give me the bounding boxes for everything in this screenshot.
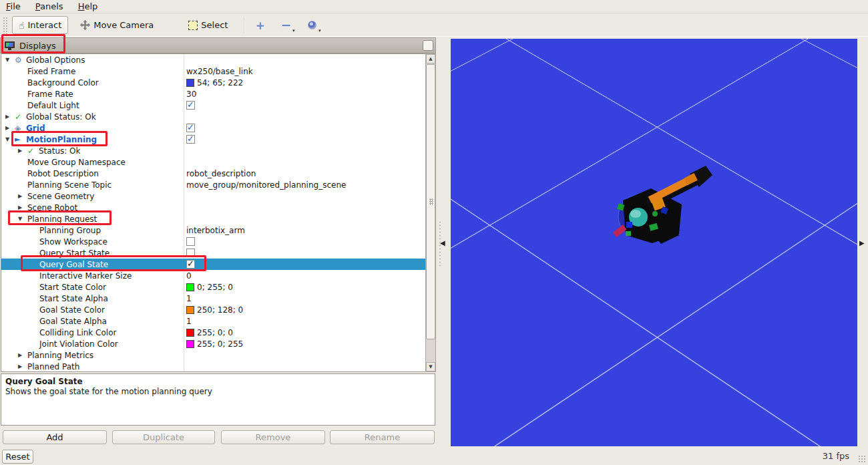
tree-row-fixed-frame[interactable]: Fixed Framewx250/base_link: [1, 65, 426, 77]
tree-row-value[interactable]: 0; 255; 0: [186, 281, 233, 293]
menu-help[interactable]: Help: [78, 1, 98, 11]
tree-row-query-goal-state[interactable]: Query Goal State: [1, 259, 426, 270]
tree-row-interactive-marker-size[interactable]: Interactive Marker Size0: [1, 270, 426, 281]
tree-row-query-start-state[interactable]: Query Start State: [1, 247, 426, 259]
tree-row-default-light[interactable]: Default Light: [1, 100, 426, 111]
tree-row-value[interactable]: [186, 100, 195, 111]
sphere-highlight: [630, 210, 641, 218]
check-icon: ✓: [27, 147, 39, 155]
dropdown-arrow-icon: ▾: [318, 28, 321, 33]
tree-row-global-options[interactable]: ▼⚙Global Options: [1, 54, 426, 65]
tree-row-value[interactable]: move_group/monitored_planning_scene: [186, 179, 346, 190]
add-display-button[interactable]: Add: [3, 430, 107, 444]
minus-icon: −: [280, 19, 291, 31]
checkbox-checked[interactable]: [186, 124, 195, 132]
tree-row-value[interactable]: 30: [186, 88, 196, 100]
render-viewport[interactable]: [451, 39, 857, 446]
checkbox-checked[interactable]: [186, 260, 195, 269]
tree-expander-icon[interactable]: ▶: [5, 125, 15, 131]
collapse-right-arrow[interactable]: ▶: [859, 233, 867, 252]
tree-row-colliding-link-color[interactable]: Colliding Link Color255; 0; 0: [1, 327, 426, 338]
tree-row-value[interactable]: 1: [186, 293, 192, 304]
tree-row-global-status-ok[interactable]: ▶✓Global Status: Ok: [1, 111, 426, 122]
interact-tool-button[interactable]: ☝ Interact: [12, 16, 68, 34]
tree-row-planning-group[interactable]: Planning Groupinterbotix_arm: [1, 224, 426, 236]
tree-expander-icon[interactable]: ▶: [18, 193, 27, 199]
scroll-up-button[interactable]: ▲: [426, 54, 435, 63]
tree-row-planned-path[interactable]: ▶Planned Path: [1, 361, 426, 372]
tree-row-status-ok[interactable]: ▶✓Status: Ok: [1, 145, 426, 156]
property-description-box: Query Goal State Shows the goal state fo…: [1, 373, 435, 426]
tree-expander-icon[interactable]: ▼: [5, 57, 15, 63]
tree-row-value[interactable]: interbotix_arm: [186, 224, 245, 236]
tree-row-planning-request[interactable]: ▼Planning Request: [1, 213, 426, 224]
add-tool-button[interactable]: ＋: [250, 16, 270, 34]
tree-row-value[interactable]: [186, 259, 195, 270]
tree-row-start-state-alpha[interactable]: Start State Alpha1: [1, 293, 426, 304]
value-text: interbotix_arm: [186, 226, 245, 235]
value-text: 0: [186, 271, 192, 281]
tool-properties-button[interactable]: ▾: [302, 16, 322, 34]
tree-row-value[interactable]: [186, 236, 195, 247]
tree-row-planning-metrics[interactable]: ▶Planning Metrics: [1, 349, 426, 361]
tree-row-start-state-color[interactable]: Start State Color0; 255; 0: [1, 281, 426, 293]
tree-row-label: Query Start State: [39, 249, 110, 258]
tree-row-value[interactable]: 255; 0; 255: [186, 338, 243, 349]
tree-row-value[interactable]: 54; 65; 222: [186, 77, 243, 88]
tree-row-grid[interactable]: ▶◈Grid: [1, 122, 426, 134]
tree-row-scene-geometry[interactable]: ▶Scene Geometry: [1, 190, 426, 202]
checkbox-unchecked[interactable]: [186, 249, 195, 257]
green-link-fragment: [652, 211, 658, 216]
tree-row-frame-rate[interactable]: Frame Rate30: [1, 88, 426, 100]
scroll-down-button[interactable]: ▼: [426, 362, 435, 371]
tree-row-value[interactable]: [186, 247, 195, 259]
tree-row-value[interactable]: wx250/base_link: [186, 65, 253, 77]
scrollbar-thumb[interactable]: [426, 64, 435, 339]
window-resize-grip[interactable]: [858, 455, 867, 464]
tree-row-label: Scene Geometry: [27, 192, 94, 201]
tree-row-value[interactable]: [186, 122, 195, 134]
tree-row-goal-state-color[interactable]: Goal State Color250; 128; 0: [1, 304, 426, 315]
hand-pointer-icon: ☝: [19, 21, 25, 30]
select-tool-label: Select: [201, 20, 228, 30]
tree-row-joint-violation-color[interactable]: Joint Violation Color255; 0; 255: [1, 338, 426, 349]
collapse-left-arrow[interactable]: ◀: [440, 233, 449, 252]
tree-row-value[interactable]: [186, 134, 195, 145]
panel-float-button[interactable]: [423, 40, 433, 51]
tree-row-scene-robot[interactable]: ▶Scene Robot: [1, 202, 426, 213]
tree-row-robot-description[interactable]: Robot Descriptionrobot_description: [1, 168, 426, 179]
tree-row-value[interactable]: 255; 0; 0: [186, 327, 233, 338]
tree-row-planning-scene-topic[interactable]: Planning Scene Topicmove_group/monitored…: [1, 179, 426, 190]
toolbar-drag-handle[interactable]: [3, 17, 8, 34]
tree-row-value[interactable]: robot_description: [186, 168, 256, 179]
tree-row-show-workspace[interactable]: Show Workspace: [1, 236, 426, 247]
tree-expander-icon[interactable]: ▶: [18, 204, 27, 210]
tree-row-label: Planned Path: [27, 362, 79, 371]
menu-panels[interactable]: Panels: [35, 1, 63, 11]
tree-row-value[interactable]: 250; 128; 0: [186, 304, 243, 315]
tree-row-value[interactable]: 1: [186, 315, 192, 327]
robot-model[interactable]: [451, 39, 857, 446]
menu-file[interactable]: File: [6, 1, 21, 11]
tree-scrollbar[interactable]: ▲ ▼: [425, 53, 436, 372]
tree-expander-icon[interactable]: ▶: [5, 114, 15, 120]
tree-expander-icon[interactable]: ▼: [18, 216, 27, 222]
tree-expander-icon[interactable]: ▶: [18, 363, 27, 369]
move-camera-tool-label: Move Camera: [93, 20, 154, 30]
tree-row-background-color[interactable]: Background Color54; 65; 222: [1, 77, 426, 88]
displays-panel-titlebar[interactable]: Displays: [0, 37, 436, 53]
tree-expander-icon[interactable]: ▼: [5, 136, 15, 142]
select-tool-button[interactable]: Select: [182, 16, 234, 34]
tree-expander-icon[interactable]: ▶: [18, 148, 27, 154]
move-camera-tool-button[interactable]: Move Camera: [73, 16, 160, 34]
tree-row-goal-state-alpha[interactable]: Goal State Alpha1: [1, 315, 426, 327]
tree-expander-icon[interactable]: ▶: [18, 352, 27, 358]
checkbox-checked[interactable]: [186, 135, 195, 144]
tree-row-move-group-namespace[interactable]: Move Group Namespace: [1, 156, 426, 168]
remove-tool-button[interactable]: − ▾: [276, 16, 296, 34]
tree-row-motionplanning[interactable]: ▼►MotionPlanning: [1, 134, 426, 145]
checkbox-checked[interactable]: [186, 101, 195, 110]
reset-button[interactable]: Reset: [2, 450, 33, 464]
tree-row-value[interactable]: 0: [186, 270, 192, 281]
checkbox-unchecked[interactable]: [186, 237, 195, 246]
